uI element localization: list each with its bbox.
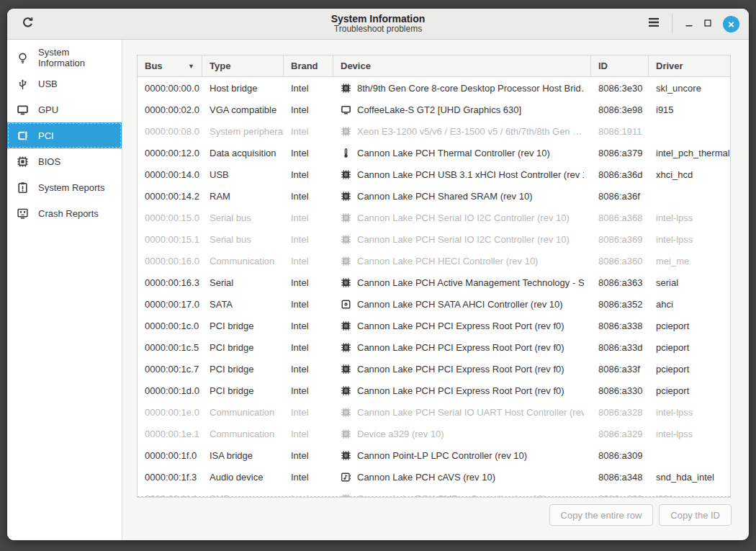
device-name: Xeon E3-1200 v5/v6 / E3-1500 v5 / 6th/7t… [357,126,582,137]
table-row[interactable]: 0000:00:14.0USBIntelCannon Lake PCH USB … [138,163,730,185]
content: System InformationUSBGPUPCIBIOSSystem Re… [7,40,749,540]
cell-id: 8086:a348 [591,472,649,483]
table-row[interactable]: 0000:00:1f.0ISA bridgeIntelCannon Point-… [138,444,730,466]
minimize-button[interactable] [680,14,698,33]
cell-device: CoffeeLake-S GT2 [UHD Graphics 630] [333,104,591,115]
table-row[interactable]: 0000:00:00.0Host bridgeIntel8th/9th Gen … [138,77,730,99]
table-row[interactable]: 0000:00:08.0System peripheralIntelXeon E… [138,120,730,142]
column-header-label: Bus [145,61,163,71]
cell-device: Cannon Lake PCH Serial IO I2C Controller… [333,234,591,245]
sidebar-item-gpu[interactable]: GPU [7,97,122,122]
thermometer-icon [341,148,351,158]
device-name: 8th/9th Gen Core 8-core Desktop Processo… [357,83,584,94]
cell-brand: Intel [284,104,333,115]
cell-driver: i801_smbus [649,493,730,498]
table-row[interactable]: 0000:00:16.0CommunicationIntelCannon Lak… [138,250,730,272]
device-name: Cannon Lake PCH PCI Express Root Port (r… [357,385,564,396]
cell-id: 8086:3e98 [591,104,649,115]
cell-brand: Intel [284,256,333,266]
table-row[interactable]: 0000:00:1e.0CommunicationIntelCannon Lak… [138,401,730,423]
column-header-brand[interactable]: Brand [284,55,333,76]
window-controls: × [644,14,749,34]
cell-type: VGA compatible [202,104,284,115]
table-row[interactable]: 0000:00:1c.0PCI bridgeIntelCannon Lake P… [138,315,730,336]
table-row[interactable]: 0000:00:16.3SerialIntelCannon Lake PCH A… [138,272,730,293]
cell-brand: Intel [284,342,333,353]
sidebar-item-label: System Information [38,47,112,68]
cell-type: PCI bridge [202,364,284,375]
sidebar-item-crash-reports[interactable]: Crash Reports [7,200,122,226]
column-header-type[interactable]: Type [202,55,284,76]
cell-device: 8th/9th Gen Core 8-core Desktop Processo… [333,83,591,94]
table-row[interactable]: 0000:00:1e.1CommunicationIntelDevice a32… [138,423,730,444]
chip-icon [341,256,351,266]
cell-brand: Intel [284,493,333,498]
cell-driver: intel-lpss [649,429,730,439]
cell-bus: 0000:00:1e.1 [138,429,202,439]
table-row[interactable]: 0000:00:1c.5PCI bridgeIntelCannon Lake P… [138,336,730,358]
column-header-driver[interactable]: Driver [649,55,730,76]
maximize-button[interactable] [698,14,717,33]
table-row[interactable]: 0000:00:14.2RAMIntelCannon Lake PCH Shar… [138,185,730,207]
table-row[interactable]: 0000:00:17.0SATAIntelCannon Lake PCH SAT… [138,293,730,315]
chip-icon [341,364,351,375]
sidebar-item-pci[interactable]: PCI [7,122,122,148]
column-header-device[interactable]: Device [333,55,591,76]
crash-icon [17,207,29,220]
table-row[interactable]: 0000:00:02.0VGA compatibleIntelCoffeeLak… [138,99,730,120]
cell-id: 8086:a36d [591,169,649,180]
device-name: Cannon Lake PCH Serial IO I2C Controller… [357,212,570,223]
cell-type: RAM [202,191,284,202]
cell-brand: Intel [284,450,333,461]
column-header-label: Device [341,61,371,71]
table-row[interactable]: 0000:00:12.0Data acquisitionIntelCannon … [138,142,730,163]
sidebar-item-system-reports[interactable]: System Reports [7,174,122,200]
table-row[interactable]: 0000:00:15.1Serial busIntelCannon Lake P… [138,228,730,250]
sidebar-item-bios[interactable]: BIOS [7,148,122,174]
bios-icon [17,156,29,168]
close-button[interactable]: × [723,16,739,32]
device-name: Cannon Lake PCH cAVS (rev 10) [357,472,495,483]
table-row[interactable]: 0000:00:1d.0PCI bridgeIntelCannon Lake P… [138,380,730,401]
table-row[interactable]: 0000:00:1f.3Audio deviceIntelCannon Lake… [138,466,730,488]
cell-device: Cannon Lake PCH Thermal Controller (rev … [333,148,591,158]
table-row[interactable]: 0000:00:1c.7PCI bridgeIntelCannon Lake P… [138,358,730,380]
cell-device: Cannon Lake PCH PCI Express Root Port (r… [333,364,591,375]
column-header-bus[interactable]: Bus▼ [138,55,202,76]
column-header-label: ID [598,61,608,71]
device-name: Cannon Lake PCH Serial IO I2C Controller… [357,234,570,245]
device-name: Cannon Lake PCH SATA AHCI Controller (re… [357,299,563,310]
table-row[interactable]: 0000:00:15.0Serial busIntelCannon Lake P… [138,207,730,228]
cell-brand: Intel [284,407,333,418]
refresh-button[interactable] [18,14,37,33]
copy-row-button[interactable]: Copy the entire row [549,504,654,526]
cell-type: Serial [202,277,284,288]
cell-brand: Intel [284,148,333,158]
cell-device: Cannon Lake PCH SMBus Controller (rev 10… [333,493,591,498]
column-header-label: Driver [656,61,683,71]
cell-brand: Intel [284,385,333,396]
disk-icon [341,299,351,310]
sidebar-item-system-information[interactable]: System Information [7,45,122,71]
cell-device: Device a329 (rev 10) [333,429,591,439]
cell-bus: 0000:00:02.0 [138,104,202,115]
chip-icon [341,212,351,223]
monitor-icon [341,104,351,115]
sidebar-item-usb[interactable]: USB [7,71,122,97]
audio-icon [341,472,351,483]
sidebar: System InformationUSBGPUPCIBIOSSystem Re… [7,40,122,540]
cell-type: Communication [202,429,284,439]
cell-driver: i915 [649,104,730,115]
cell-type: Serial bus [202,212,284,223]
cell-device: Cannon Lake PCH SATA AHCI Controller (re… [333,299,591,310]
cell-type: PCI bridge [202,342,284,353]
table-body: 0000:00:00.0Host bridgeIntel8th/9th Gen … [138,77,730,498]
column-header-id[interactable]: ID [591,55,649,76]
copy-id-button[interactable]: Copy the ID [659,504,732,526]
cell-driver: pcieport [649,364,730,375]
cell-driver: pcieport [649,321,730,331]
cell-driver: intel_pch_thermal [649,148,730,158]
chip-icon [341,450,351,461]
cell-driver: ahci [649,299,730,310]
menu-button[interactable] [644,14,663,33]
